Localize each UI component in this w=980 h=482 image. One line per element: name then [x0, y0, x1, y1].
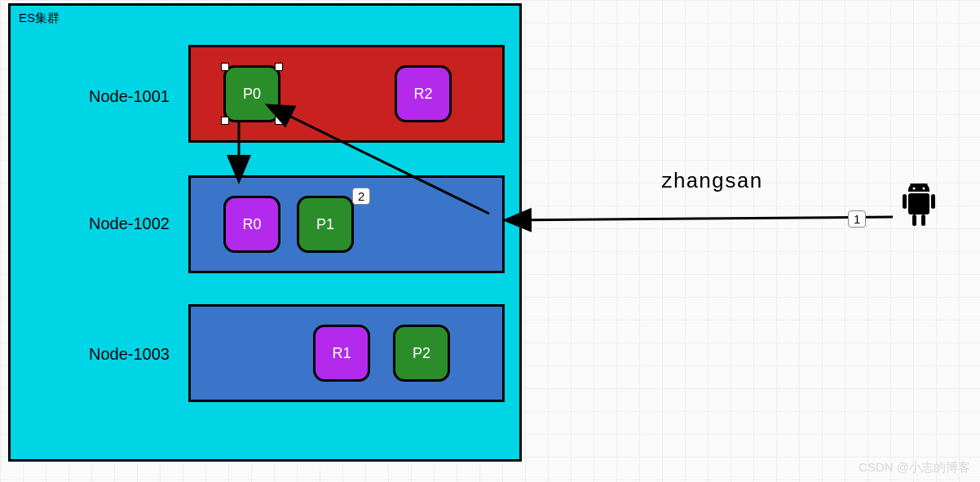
- android-icon: [898, 184, 939, 232]
- cluster-title: ES集群: [19, 11, 60, 26]
- shard-r2: R2: [395, 65, 452, 122]
- node-1002: R0 P1: [188, 175, 505, 273]
- shard-r1: R1: [313, 325, 370, 382]
- svg-point-2: [913, 188, 916, 190]
- es-cluster-container: ES集群 Node-1001 P0 R2 Node-1002 R0 P1 Nod…: [8, 3, 522, 462]
- watermark: CSDN @小志的博客: [859, 460, 970, 475]
- shard-p2: P2: [393, 325, 450, 382]
- node-1003-label: Node-1003: [89, 345, 170, 364]
- svg-rect-7: [912, 214, 916, 226]
- client-label: zhangsan: [660, 170, 762, 194]
- shard-r0: R0: [223, 196, 280, 253]
- shard-r2-label: R2: [413, 86, 432, 103]
- shard-p2-label: P2: [413, 345, 430, 362]
- svg-rect-4: [908, 193, 929, 214]
- step-badge-1: 1: [848, 210, 866, 228]
- step-badge-2: 2: [352, 188, 370, 205]
- svg-rect-8: [921, 214, 925, 226]
- svg-rect-6: [931, 194, 935, 209]
- shard-p0: P0: [223, 65, 280, 122]
- shard-r0-label: R0: [242, 216, 261, 233]
- svg-point-3: [923, 188, 925, 190]
- node-1001: P0 R2: [188, 45, 505, 143]
- node-1002-label: Node-1002: [89, 214, 170, 233]
- shard-p0-label: P0: [243, 86, 261, 103]
- svg-rect-5: [903, 194, 907, 209]
- shard-p1-label: P1: [316, 216, 334, 233]
- shard-r1-label: R1: [332, 345, 351, 362]
- node-1003: R1 P2: [188, 304, 505, 402]
- node-1001-label: Node-1001: [89, 87, 170, 106]
- shard-p1: P1: [297, 196, 354, 253]
